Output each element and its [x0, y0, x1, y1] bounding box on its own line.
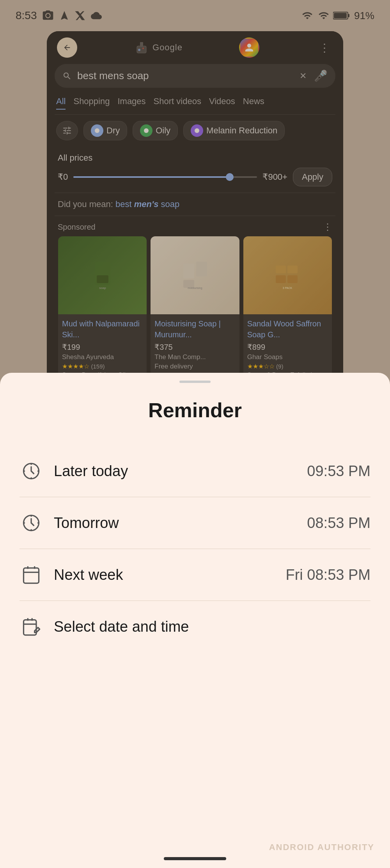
- price-slider-thumb[interactable]: [226, 173, 234, 181]
- next-week-time: Fri 08:53 PM: [285, 567, 370, 583]
- tab-videos[interactable]: Videos: [209, 94, 235, 110]
- search-bar[interactable]: best mens soap ✕ 🎤: [55, 64, 335, 88]
- did-you-mean-link[interactable]: best men's soap: [115, 199, 179, 209]
- search-clear-button[interactable]: ✕: [298, 71, 308, 81]
- price-min-value: ₹0: [58, 172, 68, 182]
- svg-rect-14: [183, 264, 194, 278]
- tab-news[interactable]: News: [243, 94, 264, 110]
- camera-icon: [42, 9, 54, 22]
- tab-images[interactable]: Images: [117, 94, 145, 110]
- filter-settings-button[interactable]: [56, 121, 78, 140]
- signal-icon: [318, 10, 329, 21]
- sponsored-label: Sponsored: [58, 223, 96, 232]
- later-today-label: Later today: [54, 463, 128, 480]
- did-you-mean-prefix: Did you mean:: [58, 199, 115, 209]
- svg-rect-18: [276, 266, 286, 273]
- battery-icon: [333, 11, 350, 21]
- product-name-2: Moisturising Soap | Murumur...: [154, 318, 235, 340]
- browser-chrome: Google ⋮ best mens soap ✕ 🎤 All Shopping…: [47, 31, 343, 391]
- svg-text:3 PACK: 3 PACK: [283, 287, 292, 289]
- search-tabs: All Shopping Images Short videos Videos …: [55, 94, 335, 115]
- next-week-label: Next week: [54, 567, 123, 583]
- soap-image-3: 3 PACK: [274, 260, 301, 291]
- product-card-3[interactable]: 3 PACK Sandal Wood Saffron Soap G... ₹89…: [243, 236, 332, 391]
- search-query-text: best mens soap: [77, 70, 292, 82]
- price-slider[interactable]: [73, 172, 257, 182]
- svg-point-0: [46, 14, 50, 17]
- price-slider-track: [73, 176, 257, 178]
- later-today-time: 09:53 PM: [307, 463, 370, 480]
- wifi-icon: [300, 10, 314, 21]
- product-seller-3: Ghar Soaps: [247, 353, 328, 361]
- navigation-icon: [59, 10, 70, 21]
- product-image-3: 3 PACK: [243, 236, 332, 314]
- person-icon: [243, 42, 255, 53]
- product-image-1: soap: [58, 236, 147, 314]
- more-options-button[interactable]: ⋮: [316, 38, 333, 57]
- svg-rect-15: [196, 262, 207, 276]
- profile-avatar[interactable]: [239, 37, 259, 58]
- svg-rect-12: [97, 275, 108, 283]
- tab-shopping[interactable]: Shopping: [73, 94, 110, 110]
- product-rating-3: ★★★☆☆ (9): [247, 363, 328, 370]
- product-card-1[interactable]: soap Mud with Nalpamaradi Ski... ₹199 Sh…: [58, 236, 147, 391]
- time-display: 8:53: [16, 9, 37, 22]
- did-you-mean-section: Did you mean: best men's soap: [55, 193, 335, 216]
- back-arrow-icon: [63, 43, 71, 52]
- sponsored-more-button[interactable]: ⋮: [323, 221, 332, 232]
- bottom-nav-indicator: [164, 857, 226, 860]
- apply-price-button[interactable]: Apply: [293, 168, 332, 186]
- price-slider-fill: [73, 176, 229, 178]
- reminder-item-next-week[interactable]: Next week Fri 08:53 PM: [20, 549, 370, 601]
- reminder-item-select-date[interactable]: Select date and time: [20, 601, 370, 652]
- filter-chips-row: Dry Oily Melanin Reduction: [55, 115, 335, 147]
- tab-short-videos[interactable]: Short videos: [154, 94, 201, 110]
- browser-back-button[interactable]: [57, 37, 77, 58]
- svg-point-7: [142, 48, 144, 49]
- products-grid: soap Mud with Nalpamaradi Ski... ₹199 Sh…: [55, 236, 335, 391]
- google-logo: Google: [134, 40, 183, 55]
- product-rating-1: ★★★★☆ (159): [62, 363, 143, 370]
- price-filter-section: All prices ₹0 ₹900+ Apply: [55, 147, 335, 193]
- clock-icon-2: [20, 511, 43, 535]
- calendar-icon-1: [20, 563, 43, 586]
- chip-oily[interactable]: Oily: [133, 121, 178, 140]
- lab-icon: [134, 40, 149, 55]
- product-delivery-2: Free delivery: [154, 363, 235, 370]
- status-time: 8:53: [16, 9, 103, 22]
- price-label: All prices: [58, 153, 332, 163]
- watermark: ANDROID AUTHORITY: [269, 842, 374, 852]
- product-seller-1: Shesha Ayurveda: [62, 353, 143, 361]
- product-card-2[interactable]: moisturising Moisturising Soap | Murumur…: [151, 236, 239, 391]
- status-bar: 8:53 91%: [0, 0, 390, 31]
- sheet-drag-handle[interactable]: [179, 381, 211, 383]
- svg-point-6: [138, 49, 140, 51]
- price-range-row: ₹0 ₹900+ Apply: [58, 168, 332, 186]
- svg-point-8: [95, 128, 99, 133]
- melanin-icon: [193, 127, 200, 134]
- status-indicators: 91%: [300, 10, 374, 22]
- search-icon: [62, 71, 72, 81]
- svg-point-9: [144, 128, 149, 133]
- svg-rect-3: [334, 13, 347, 18]
- voice-search-button[interactable]: 🎤: [314, 69, 328, 82]
- oily-skin-icon: [143, 127, 150, 134]
- product-name-3: Sandal Wood Saffron Soap G...: [247, 318, 328, 340]
- product-name-1: Mud with Nalpamaradi Ski...: [62, 318, 143, 340]
- chip-dry[interactable]: Dry: [83, 121, 127, 140]
- clock-icon-1: [20, 459, 43, 483]
- chip-melanin[interactable]: Melanin Reduction: [183, 121, 285, 140]
- svg-rect-5: [140, 42, 143, 47]
- cloud-icon: [90, 10, 103, 21]
- tab-all[interactable]: All: [56, 94, 66, 110]
- reminder-item-later-today[interactable]: Later today 09:53 PM: [20, 445, 370, 497]
- browser-top-bar: Google ⋮: [55, 37, 335, 58]
- svg-rect-20: [276, 275, 286, 283]
- product-price-1: ₹199: [62, 342, 143, 352]
- calendar-edit-icon: [20, 615, 43, 638]
- select-date-label: Select date and time: [54, 618, 189, 635]
- svg-rect-25: [24, 568, 39, 583]
- tomorrow-time: 08:53 PM: [307, 515, 370, 531]
- dry-skin-icon: [94, 127, 101, 134]
- reminder-item-tomorrow[interactable]: Tomorrow 08:53 PM: [20, 497, 370, 549]
